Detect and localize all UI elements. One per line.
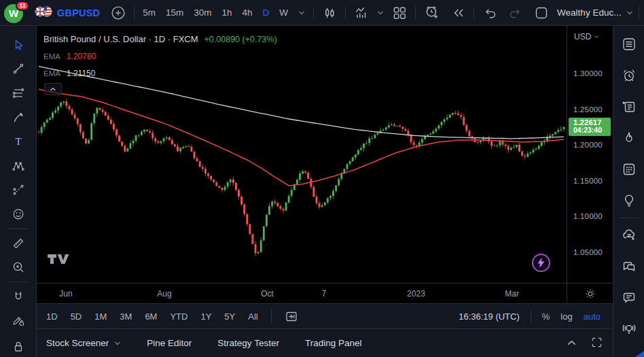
news-button[interactable] [615, 91, 643, 122]
tab-label: Strategy Tester [217, 338, 279, 348]
top-toolbar: W 11 [0, 0, 644, 26]
toolbar-divider [8, 282, 29, 282]
interval-chevron-down-icon[interactable] [298, 10, 305, 16]
range-1y-button[interactable]: 1Y [200, 311, 211, 322]
indicators-chevron-down-icon[interactable] [377, 10, 384, 16]
interval-5m[interactable]: 5m [143, 7, 156, 18]
time-axis-label: 2023 [407, 289, 425, 299]
tradingview-app: W 11 [0, 0, 644, 357]
symbol-button[interactable]: GBPUSD [31, 3, 103, 22]
chart-plot[interactable]: British Pound / U.S. Dollar · 1D · FXCM … [37, 26, 567, 283]
ideas-lightbulb-button[interactable] [615, 185, 643, 216]
corner-widget [635, 351, 644, 357]
panel-expand-chevron-up-icon[interactable] [567, 338, 577, 348]
last-price-badge: 1.22617 04:23:40 [569, 118, 611, 136]
economic-calendar-button[interactable] [615, 154, 643, 185]
range-6m-button[interactable]: 6M [145, 311, 157, 322]
interval-1h[interactable]: 1h [222, 7, 232, 18]
watchlist-button[interactable] [615, 29, 643, 60]
xabcd-pattern-tool-button[interactable] [5, 154, 31, 178]
log-scale-button[interactable]: log [560, 311, 572, 322]
interval-15m[interactable]: 15m [166, 7, 183, 18]
chat-button[interactable] [615, 282, 643, 313]
alerts-button[interactable] [615, 60, 643, 91]
symbol-legend-row[interactable]: British Pound / U.S. Dollar · 1D · FXCM … [43, 34, 277, 44]
redo-button[interactable] [505, 3, 526, 23]
trend-line-tool-button[interactable] [5, 57, 31, 82]
range-3m-button[interactable]: 3M [120, 311, 132, 322]
utc-clock[interactable]: 16:36:19 (UTC) [459, 311, 520, 322]
tab-stock-screener[interactable]: Stock Screener [46, 338, 121, 348]
toolbar-divider [473, 6, 474, 20]
brush-tool-button[interactable] [5, 105, 31, 130]
tab-trading-panel[interactable]: Trading Panel [305, 338, 362, 348]
ema-fast-legend-row[interactable]: EMA 1.20780 [43, 52, 277, 61]
time-axis-row: JunAugOct72023Mar [37, 283, 613, 303]
streams-button[interactable] [615, 313, 643, 345]
price-axis[interactable]: USD 1.22617 04:23:40 1.300001.250001.200… [567, 26, 613, 283]
range-5d-button[interactable]: 5D [71, 311, 82, 322]
range-1m-button[interactable]: 1M [94, 311, 107, 322]
footer-divider [271, 309, 272, 323]
price-axis-currency[interactable]: USD [574, 32, 599, 41]
create-alert-button[interactable] [421, 2, 442, 23]
axis-settings-gear-icon [585, 288, 596, 299]
measure-tool-button[interactable] [5, 231, 31, 256]
layout-chevron-down-icon[interactable] [626, 10, 633, 16]
time-axis[interactable]: JunAugOct72023Mar [37, 284, 567, 303]
group-chats-button[interactable] [615, 251, 643, 282]
tab-strategy-tester[interactable]: Strategy Tester [217, 338, 279, 348]
lock-all-drawings-button[interactable] [5, 333, 31, 357]
layout-grid-button[interactable] [389, 3, 410, 23]
price-tick-label: 1.25000 [573, 105, 603, 114]
interval-4h[interactable]: 4h [243, 7, 253, 18]
range-5y-button[interactable]: 5Y [224, 311, 235, 322]
time-axis-label: Oct [261, 289, 274, 299]
hotlists-flame-button[interactable] [615, 122, 643, 154]
auto-scale-button[interactable]: auto [584, 311, 601, 322]
percent-scale-button[interactable]: % [542, 311, 550, 322]
panel-fullscreen-icon[interactable] [590, 336, 603, 351]
go-to-date-button[interactable] [285, 309, 298, 323]
ema-fast-value: 1.20780 [67, 52, 96, 61]
ema-fast-label: EMA [43, 52, 60, 61]
account-logo[interactable]: W 11 [4, 3, 24, 23]
minds-button[interactable] [615, 220, 643, 251]
save-layout-button[interactable] [531, 3, 552, 23]
indicators-button[interactable] [351, 3, 372, 23]
bar-replay-button[interactable] [448, 3, 468, 23]
interval-1d-active[interactable]: D [263, 7, 270, 18]
time-axis-label: Aug [157, 289, 171, 299]
legend-collapse-button[interactable] [44, 83, 62, 95]
drawing-mode-lock-button[interactable] [5, 309, 31, 333]
forecast-tool-button[interactable] [5, 178, 31, 203]
tab-pine-editor[interactable]: Pine Editor [147, 338, 192, 348]
compare-add-symbol-button[interactable] [108, 3, 128, 23]
emoji-tool-button[interactable] [5, 202, 31, 226]
axis-settings-corner[interactable] [567, 284, 613, 303]
range-ytd-button[interactable]: YTD [170, 311, 187, 322]
text-tool-button[interactable]: T [5, 129, 31, 154]
undo-button[interactable] [480, 3, 500, 23]
time-axis-label: 7 [321, 289, 326, 299]
magnet-mode-button[interactable] [5, 284, 31, 309]
layout-name[interactable]: Wealthy Educ... [557, 7, 621, 18]
price-tick-label: 1.20000 [573, 141, 603, 149]
instant-trading-lightning-button[interactable] [532, 254, 550, 272]
range-1d-button[interactable]: 1D [46, 311, 58, 322]
ema-slow-legend-row[interactable]: EMA 1.21150 [43, 69, 277, 78]
footer-divider [531, 309, 531, 323]
chart-style-candles-button[interactable] [319, 3, 340, 23]
tab-label: Trading Panel [305, 338, 362, 348]
cursor-tool-button[interactable] [5, 33, 31, 57]
interval-1w[interactable]: W [279, 7, 288, 18]
range-all-button[interactable]: All [248, 311, 257, 322]
fib-retracement-tool-button[interactable] [5, 81, 31, 105]
toolbar-divider [134, 6, 135, 20]
zoom-in-tool-button[interactable] [5, 255, 31, 279]
chart-zone: British Pound / U.S. Dollar · 1D · FXCM … [37, 26, 613, 283]
price-change: +0.00890 (+0.73%) [204, 35, 277, 44]
workspace: T [0, 26, 644, 357]
interval-30m[interactable]: 30m [194, 7, 211, 18]
bar-countdown: 04:23:40 [573, 126, 611, 135]
